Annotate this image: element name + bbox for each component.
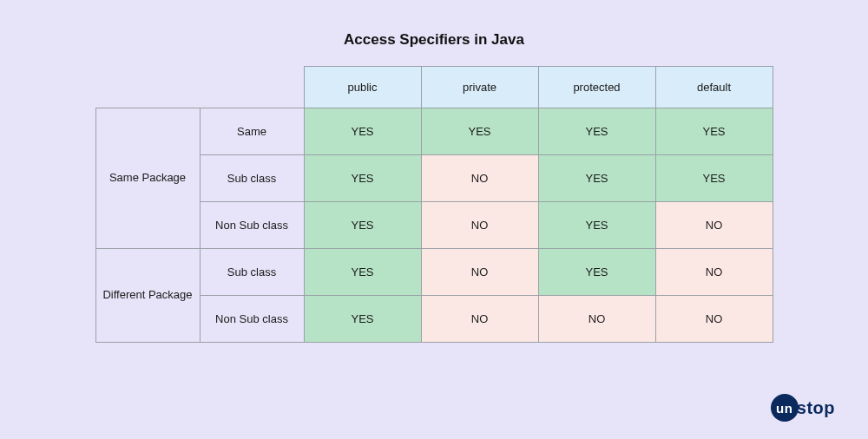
row-group-same-package: Same Package [95,108,200,249]
col-header-public: public [304,67,421,108]
row-label: Sub class [200,155,304,202]
access-specifiers-table: public private protected default Same Pa… [95,66,773,343]
cell: YES [538,108,655,155]
row-label: Same [200,108,304,155]
cell: YES [538,249,655,296]
table-row: Different Package Sub class YES NO YES N… [95,249,773,296]
cell: YES [304,155,421,202]
cell: NO [655,202,773,249]
page-title: Access Specifiers in Java [52,31,816,49]
logo-text: stop [797,398,835,418]
row-label: Sub class [200,249,304,296]
row-label: Non Sub class [200,202,304,249]
cell: YES [304,108,421,155]
cell: YES [655,108,773,155]
cell: NO [421,155,538,202]
col-header-protected: protected [538,67,655,108]
cell: NO [538,296,655,343]
cell: YES [538,155,655,202]
cell: YES [421,108,538,155]
row-label: Non Sub class [200,296,304,343]
cell: NO [421,296,538,343]
cell: YES [304,249,421,296]
cell: NO [421,249,538,296]
cell: YES [538,202,655,249]
col-header-private: private [421,67,538,108]
table-row: Same Package Same YES YES YES YES [95,108,773,155]
cell: YES [304,202,421,249]
cell: NO [655,249,773,296]
col-header-default: default [655,67,773,108]
logo-badge: un [771,394,799,422]
cell: NO [655,296,773,343]
cell: YES [304,296,421,343]
blank-corner [95,67,304,108]
cell: YES [655,155,773,202]
row-group-different-package: Different Package [95,249,200,343]
unstop-logo: un stop [771,394,835,422]
cell: NO [421,202,538,249]
